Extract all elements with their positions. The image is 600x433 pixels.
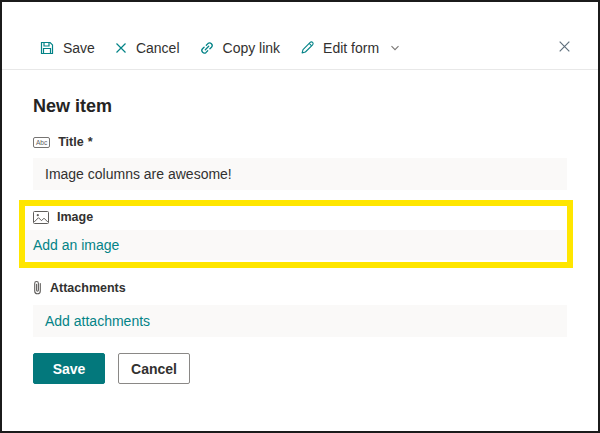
field-image-label-row: Image <box>25 210 567 224</box>
toolbar-edit-form-button[interactable]: Edit form <box>299 40 401 56</box>
field-image-highlight: Image Add an image <box>19 200 573 268</box>
field-attachments: Attachments Add attachments <box>33 280 567 337</box>
field-title-label-row: Abc Title * <box>33 135 567 149</box>
link-chain-icon <box>199 40 215 56</box>
close-x-icon <box>557 39 572 58</box>
title-value-box <box>33 158 567 190</box>
toolbar-edit-form-label: Edit form <box>323 40 379 56</box>
toolbar-copy-link-label: Copy link <box>223 40 281 56</box>
toolbar-cancel-button[interactable]: Cancel <box>114 40 180 56</box>
add-attachments-link[interactable]: Add attachments <box>45 313 150 329</box>
save-floppy-icon <box>39 40 55 56</box>
field-attachments-label: Attachments <box>50 281 126 295</box>
save-button[interactable]: Save <box>33 353 105 384</box>
required-asterisk: * <box>88 135 93 149</box>
toolbar-cancel-label: Cancel <box>136 40 180 56</box>
field-image-label: Image <box>57 210 93 224</box>
image-value-box: Add an image <box>25 230 567 260</box>
toolbar-copy-link-button[interactable]: Copy link <box>199 40 281 56</box>
text-abc-icon: Abc <box>33 137 50 148</box>
toolbar-save-button[interactable]: Save <box>39 40 95 56</box>
cancel-button[interactable]: Cancel <box>118 353 190 384</box>
paperclip-icon <box>33 280 42 296</box>
attachments-value-box: Add attachments <box>33 305 567 337</box>
field-title-label: Title <box>58 135 83 149</box>
panel-close-button[interactable] <box>557 39 572 58</box>
add-image-link[interactable]: Add an image <box>33 237 119 253</box>
toolbar-divider <box>2 69 598 70</box>
new-item-panel: Save Cancel Copy link <box>0 0 600 433</box>
toolbar-save-label: Save <box>63 40 95 56</box>
picture-icon <box>33 211 49 224</box>
field-attachments-label-row: Attachments <box>33 280 567 296</box>
form-content: New item Abc Title * <box>2 96 598 384</box>
field-title: Abc Title * <box>33 135 567 190</box>
title-input[interactable] <box>45 166 555 182</box>
dismiss-x-icon <box>114 41 128 55</box>
command-bar: Save Cancel Copy link <box>2 2 598 62</box>
page-title: New item <box>33 96 567 117</box>
chevron-down-icon <box>389 42 401 54</box>
form-footer: Save Cancel <box>33 353 567 384</box>
edit-pencil-icon <box>299 40 315 56</box>
